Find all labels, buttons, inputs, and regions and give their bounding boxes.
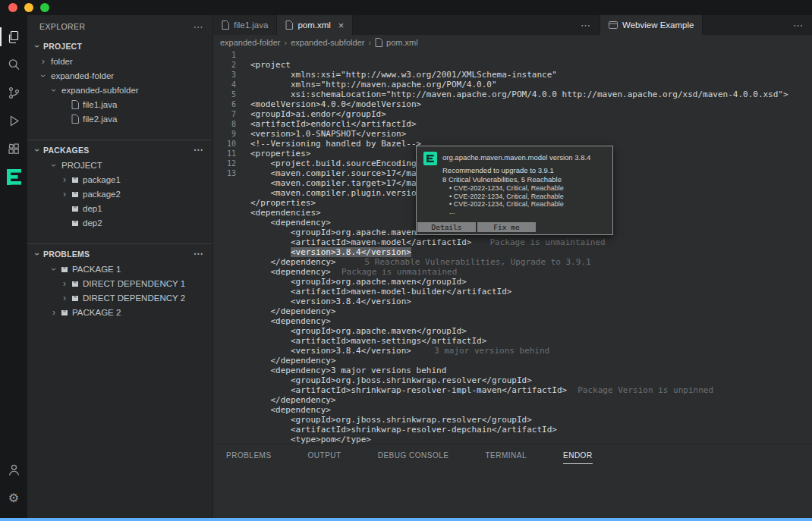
code-line[interactable]: 2<project — [213, 60, 812, 70]
zoom-window-button[interactable] — [40, 3, 49, 12]
code-line[interactable]: <version>3.8.4</version>3 major versions… — [213, 346, 812, 356]
code-text: <properties> — [250, 149, 310, 158]
code-line[interactable]: </dependency> — [213, 395, 812, 405]
code-line[interactable]: 3 xmlns:xsi="http://www.w3.org/2001/XMLS… — [213, 70, 812, 80]
activity-endor-button[interactable] — [0, 163, 27, 191]
code-line[interactable]: </dependency> — [213, 356, 812, 366]
activity-explorer-button[interactable] — [0, 23, 27, 51]
more-actions-icon[interactable] — [793, 18, 803, 32]
activity-extensions-button[interactable] — [0, 135, 27, 163]
activity-search-button[interactable] — [0, 51, 27, 79]
tree-item-expanded-subfolder[interactable]: expanded-subfolder — [27, 83, 212, 97]
line-number — [213, 336, 236, 346]
tree-item-package-1[interactable]: PACKAGE 1 — [27, 262, 212, 276]
fix-me-button[interactable]: Fix me — [477, 222, 536, 232]
tree-item-folder[interactable]: folder — [27, 54, 212, 68]
code-text: <dependency> — [250, 218, 331, 228]
endor-hover-tooltip: org.apache.maven.maven.model version 3.8… — [416, 146, 613, 235]
tree-item-direct-dependency-2[interactable]: DIRECT DEPENDENCY 2 — [27, 290, 212, 305]
code-line[interactable]: <version>3.8.4</version> — [213, 297, 812, 306]
code-line[interactable]: <artifactId>maven-model-builder</artifac… — [213, 287, 812, 297]
code-line[interactable]: 1 — [213, 50, 812, 60]
code-text: <dependency>Package is unmaintained — [250, 267, 457, 277]
section-header-packages[interactable]: PACKAGES — [27, 142, 212, 158]
code-line[interactable]: <groupId>org.jboss.shrinkwrap.resolver</… — [213, 415, 812, 425]
more-actions-icon[interactable] — [194, 21, 203, 33]
close-icon[interactable] — [338, 20, 345, 31]
tree-item-package-2[interactable]: PACKAGE 2 — [27, 305, 212, 319]
tree-item-direct-dependency-1[interactable]: DIRECT DEPENDENCY 1 — [27, 276, 212, 290]
breadcrumb-item-file[interactable]: pom.xml — [386, 38, 418, 47]
code-line[interactable]: <dependency> — [213, 405, 812, 415]
source-control-icon — [7, 86, 21, 100]
tab-webview-example[interactable]: Webview Example — [600, 15, 703, 35]
code-line[interactable]: <dependency> — [213, 316, 812, 326]
package-icon — [70, 176, 80, 184]
tree-item-dep1[interactable]: dep1 — [27, 201, 212, 215]
panel-tab-terminal[interactable]: TERMINAL — [485, 451, 527, 464]
package-icon — [70, 294, 80, 302]
accounts-button[interactable] — [0, 456, 27, 484]
file-icon — [375, 38, 382, 47]
section-title: PROBLEMS — [43, 250, 90, 259]
line-number: 4 — [213, 80, 236, 89]
section-header-project[interactable]: PROJECT — [27, 38, 212, 54]
code-line[interactable]: <groupId>org.apache.maven</groupId> — [213, 326, 812, 336]
tab-label: file1.java — [234, 20, 268, 30]
breadcrumb-item-subfolder[interactable]: expanded-subfolder — [291, 38, 364, 47]
panel-tab-endor[interactable]: ENDOR — [563, 451, 593, 464]
tab-file1-java[interactable]: file1.java — [213, 15, 277, 35]
tree-item-project[interactable]: PROJECT — [27, 158, 212, 172]
code-line[interactable]: 8<artifactId>endorcli</artifactId> — [213, 119, 812, 129]
panel-tab-debug-console[interactable]: DEBUG CONSOLE — [378, 451, 449, 464]
minimize-window-button[interactable] — [24, 3, 33, 12]
close-window-button[interactable] — [8, 3, 17, 12]
code-line[interactable]: 9<version>1.0-SNAPSHOT</version> — [213, 129, 812, 139]
editor-tabs-row: file1.javapom.xml Webview Example — [213, 15, 812, 35]
cve-item: CVE-2022-1234, Critical, Reachable — [449, 193, 606, 201]
tree-item-label: PROJECT — [61, 161, 102, 170]
code-line[interactable]: </dependency> — [213, 306, 812, 316]
cve-item: CVE-2022-1234, Critical, Reachable — [449, 200, 606, 209]
code-line[interactable]: <artifactId>shrinkwrap-resolver-impl-mav… — [213, 385, 812, 395]
panel-tab-problems[interactable]: PROBLEMS — [226, 451, 272, 464]
code-line[interactable]: <artifactId>maven-settings</artifactId> — [213, 336, 812, 346]
more-actions-icon[interactable] — [194, 144, 203, 155]
code-line[interactable]: </dependency>5 Reachable Vulnerabilities… — [213, 257, 812, 267]
tree-item-file1-java[interactable]: file1.java — [27, 97, 212, 111]
code-text: </dependency> — [250, 356, 336, 366]
breadcrumb-item-folder[interactable]: expanded-folder — [220, 38, 281, 47]
code-line[interactable]: 6<modelVersion>4.0.0</modelVersion> — [213, 99, 812, 109]
code-text: <dependency>3 major versions behind — [250, 366, 446, 375]
code-line[interactable]: 5 xsi:schemaLocation="http://maven.apach… — [213, 89, 812, 99]
tree-item-dep2[interactable]: dep2 — [27, 215, 212, 230]
panel-tab-output[interactable]: OUTPUT — [308, 451, 341, 464]
line-number — [213, 405, 236, 415]
chevron-right-icon — [368, 38, 371, 47]
more-actions-icon[interactable] — [581, 18, 590, 32]
code-line[interactable]: 7<groupId>ai.endor</groupId> — [213, 109, 812, 119]
code-text: xmlns="http://maven.apache.org/POM/4.0.0… — [250, 80, 497, 89]
code-editor[interactable]: 12<project3 xmlns:xsi="http://www.w3.org… — [213, 49, 812, 444]
code-line[interactable]: <dependency>Package is unmaintained — [213, 267, 812, 277]
tree-item-expanded-folder[interactable]: expanded-folder — [27, 68, 212, 83]
activity-run-debug-button[interactable] — [0, 107, 27, 135]
more-actions-icon[interactable] — [194, 248, 203, 259]
code-line[interactable]: <type>pom</type> — [213, 435, 812, 444]
code-line[interactable]: <groupId>org.jboss.shrinkwrap.resolver</… — [213, 375, 812, 385]
code-line[interactable]: 4 xmlns="http://maven.apache.org/POM/4.0… — [213, 80, 812, 89]
code-line[interactable]: <artifactId>maven-model</artifactId>Pack… — [213, 237, 812, 247]
section-header-problems[interactable]: PROBLEMS — [27, 246, 212, 262]
code-line[interactable]: <artifactId>shrinkwrap-resolver-depchain… — [213, 425, 812, 435]
tree-item-file2-java[interactable]: file2.java — [27, 111, 212, 126]
activity-source-control-button[interactable] — [0, 79, 27, 107]
tree-item-package2[interactable]: package2 — [27, 187, 212, 201]
settings-button[interactable] — [0, 484, 27, 512]
details-button[interactable]: Details — [417, 222, 476, 232]
code-line[interactable]: <groupId>org.apache.maven</groupId> — [213, 277, 812, 287]
tree-item-package1[interactable]: package1 — [27, 172, 212, 187]
tab-pom-xml[interactable]: pom.xml — [277, 15, 353, 35]
code-line[interactable]: <version>3.8.4</version> — [213, 247, 812, 257]
line-number — [213, 198, 236, 208]
code-line[interactable]: <dependency>3 major versions behind — [213, 366, 812, 375]
